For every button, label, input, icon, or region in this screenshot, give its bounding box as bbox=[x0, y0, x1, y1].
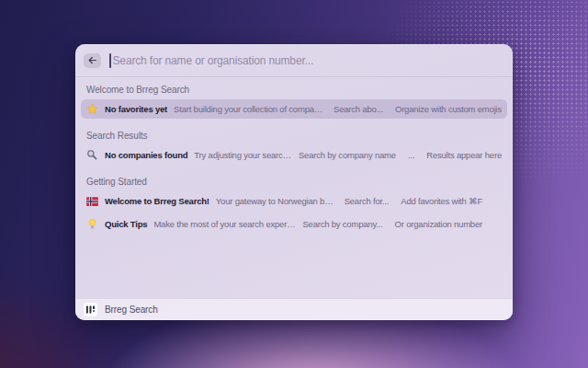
row-accessory: Search by company... bbox=[302, 219, 382, 229]
row-accessory: Search by company name bbox=[299, 150, 396, 160]
search-placeholder: Search for name or organisation number..… bbox=[113, 54, 314, 67]
results-list: Welcome to Brreg Search No favorites yet… bbox=[75, 77, 513, 298]
row-accessory: Add favorites with ⌘F bbox=[401, 196, 482, 206]
row-accessory: Search abo... bbox=[334, 104, 383, 114]
list-item-no-favorites[interactable]: No favorites yet Start building your col… bbox=[81, 99, 507, 119]
list-item-welcome[interactable]: Welcome to Brreg Search! Your gateway to… bbox=[81, 191, 507, 211]
magnifier-icon bbox=[86, 149, 98, 161]
row-accessory: Or organization number bbox=[395, 219, 482, 229]
row-subtitle: Try adjusting your search terms bbox=[194, 150, 292, 160]
row-accessories: Search by company... Or organization num… bbox=[302, 219, 482, 229]
row-accessories: Search abo... Organize with custom emoji… bbox=[334, 104, 502, 114]
launcher-window: Search for name or organisation number..… bbox=[75, 44, 513, 320]
text-caret bbox=[109, 53, 111, 68]
lightbulb-icon bbox=[86, 218, 98, 230]
arrow-left-icon bbox=[87, 55, 97, 65]
row-subtitle: Your gateway to Norwegian busines... bbox=[216, 196, 338, 206]
search-input[interactable]: Search for name or organisation number..… bbox=[109, 53, 504, 68]
brreg-logo-icon bbox=[84, 303, 97, 316]
section-label-getting-started: Getting Started bbox=[86, 177, 502, 187]
row-title: Welcome to Brreg Search! bbox=[105, 196, 209, 206]
list-item-quick-tips[interactable]: Quick Tips Make the most of your search … bbox=[81, 214, 507, 234]
list-item-no-companies[interactable]: No companies found Try adjusting your se… bbox=[81, 145, 507, 165]
row-accessories: Search for... Add favorites with ⌘F bbox=[345, 196, 482, 206]
section-label-welcome: Welcome to Brreg Search bbox=[86, 85, 502, 95]
row-subtitle: Make the most of your search experience bbox=[153, 219, 296, 229]
row-title: No favorites yet bbox=[105, 104, 167, 114]
row-accessories: Search by company name ... Results appea… bbox=[299, 150, 502, 160]
row-accessory: Results appear here bbox=[426, 150, 502, 160]
row-subtitle: Start building your collection of compan… bbox=[174, 104, 327, 114]
section-label-search-results: Search Results bbox=[86, 131, 502, 141]
row-title: No companies found bbox=[105, 150, 187, 160]
footer-app-name: Brreg Search bbox=[105, 305, 158, 315]
star-icon bbox=[86, 103, 98, 115]
footer: Brreg Search bbox=[75, 298, 513, 320]
row-accessory: Search for... bbox=[345, 196, 390, 206]
row-title: Quick Tips bbox=[105, 219, 147, 229]
row-accessory: Organize with custom emojis bbox=[395, 104, 502, 114]
norway-flag-icon bbox=[86, 195, 98, 207]
back-button[interactable] bbox=[84, 53, 101, 68]
row-accessory: ... bbox=[408, 150, 414, 160]
search-bar: Search for name or organisation number..… bbox=[75, 44, 513, 77]
